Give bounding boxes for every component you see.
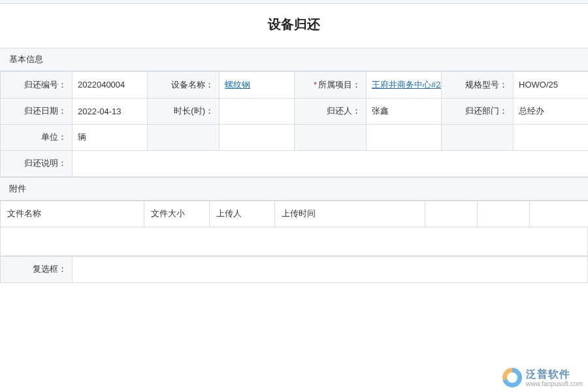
basic-info-table: 归还编号： 2022040004 设备名称： 螺纹钢 *所属项目： 王府井商务中… [0,71,588,177]
label-device-name: 设备名称： [148,72,220,99]
value-duration [220,98,295,124]
watermark-text-en: www.fanpusoft.com [526,380,583,388]
value-project[interactable]: 王府井商务中心#2楼遗留工程 [367,72,442,99]
col-extra-1 [425,201,478,227]
required-mark: * [314,80,317,90]
col-uploader: 上传人 [210,201,275,227]
col-filename: 文件名称 [1,201,144,227]
col-filesize: 文件大小 [144,201,210,227]
col-extra-2 [478,201,530,227]
section-basic-info: 基本信息 [0,48,588,71]
label-unit: 单位： [1,124,73,150]
empty-value [367,124,442,150]
attachments-empty-area [0,227,588,256]
value-return-date: 2022-04-13 [73,98,148,124]
empty-label [442,124,514,150]
empty-label [148,124,220,150]
value-return-note[interactable] [73,150,589,176]
device-name-link[interactable]: 螺纹钢 [225,80,250,90]
col-uploadtime: 上传时间 [275,201,425,227]
label-return-note: 归还说明： [1,150,73,176]
label-return-date: 归还日期： [1,98,73,124]
watermark-logo-icon [502,368,522,387]
label-return-dept: 归还部门： [442,98,514,124]
checkbox-table: 复选框： [0,256,588,283]
value-checkbox[interactable] [73,256,588,282]
value-return-dept: 总经办 [514,98,589,124]
page-title: 设备归还 [0,4,588,48]
value-spec-model: HOWO/25 [514,72,589,99]
value-device-name[interactable]: 螺纹钢 [220,72,295,99]
attachments-table: 文件名称 文件大小 上传人 上传时间 [0,201,588,227]
watermark-text-cn: 泛普软件 [526,368,583,380]
project-link[interactable]: 王府井商务中心#2楼遗留工程 [372,80,442,90]
value-return-no: 2022040004 [73,72,148,99]
value-unit: 辆 [73,124,148,150]
empty-label [295,124,367,150]
watermark: 泛普软件 www.fanpusoft.com [502,368,583,388]
label-duration: 时长(时)： [148,98,220,124]
value-returner: 张鑫 [367,98,442,124]
label-checkbox: 复选框： [1,256,73,282]
label-return-no: 归还编号： [1,72,73,99]
label-project: *所属项目： [295,72,367,99]
empty-value [514,124,589,150]
label-returner: 归还人： [295,98,367,124]
section-attachments: 附件 [0,177,588,201]
label-spec-model: 规格型号： [442,72,514,99]
col-extra-3 [530,201,589,227]
empty-value [220,124,295,150]
